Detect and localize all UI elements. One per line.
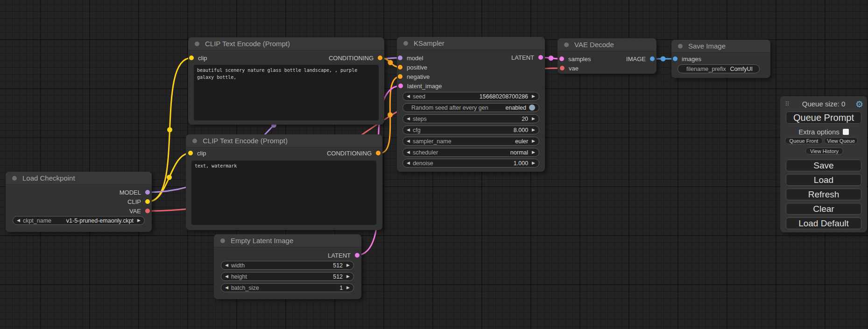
increment-arrow-icon[interactable]: ▶ xyxy=(532,161,535,165)
node-title-bar[interactable]: CLIP Text Encode (Prompt) xyxy=(188,37,384,50)
conditioning-output-dot-icon[interactable] xyxy=(378,56,382,60)
widget-width[interactable]: ◀ width 512 ▶ xyxy=(221,261,354,270)
decrement-arrow-icon[interactable]: ◀ xyxy=(407,117,410,121)
decrement-arrow-icon[interactable]: ◀ xyxy=(407,128,410,132)
conditioning-input-dot-icon[interactable] xyxy=(398,65,402,70)
decrement-arrow-icon[interactable]: ◀ xyxy=(225,263,228,267)
save-button[interactable]: Save xyxy=(786,160,861,171)
node-title-bar[interactable]: Load Checkpoint xyxy=(6,172,152,185)
clear-button[interactable]: Clear xyxy=(786,203,861,215)
widget-height[interactable]: ◀ height 512 ▶ xyxy=(221,272,354,281)
node-title-bar[interactable]: VAE Decode xyxy=(557,38,656,51)
widget-batch-size[interactable]: ◀ batch_size 1 ▶ xyxy=(221,283,354,292)
queue-front-button[interactable]: Queue Front xyxy=(785,137,823,144)
input-slot-clip[interactable]: clip xyxy=(188,150,206,156)
increment-arrow-icon[interactable]: ▶ xyxy=(532,150,535,154)
decrement-arrow-icon[interactable]: ◀ xyxy=(407,94,410,98)
input-slot-positive[interactable]: positive xyxy=(398,64,427,70)
prompt-textarea-negative[interactable]: text, watermark xyxy=(191,161,376,225)
latent-input-dot-icon[interactable] xyxy=(398,84,403,88)
output-slot-clip[interactable]: CLIP xyxy=(127,198,150,205)
increment-arrow-icon[interactable]: ▶ xyxy=(346,286,350,290)
widget-filename-prefix[interactable]: filename_prefix ComfyUI xyxy=(677,64,760,73)
node-ksampler[interactable]: KSampler model positive negative latent_… xyxy=(397,37,545,172)
queue-prompt-button[interactable]: Queue Prompt xyxy=(786,112,861,124)
increment-arrow-icon[interactable]: ▶ xyxy=(532,139,535,143)
input-slot-samples[interactable]: samples xyxy=(559,56,591,62)
decrement-arrow-icon[interactable]: ◀ xyxy=(17,218,20,223)
increment-arrow-icon[interactable]: ▶ xyxy=(346,263,350,267)
image-input-dot-icon[interactable] xyxy=(673,56,677,61)
collapse-dot-icon[interactable] xyxy=(564,42,569,47)
node-title-bar[interactable]: Empty Latent Image xyxy=(214,234,361,247)
output-slot-latent[interactable]: LATENT xyxy=(511,54,543,61)
input-slot-vae[interactable]: vae xyxy=(560,65,579,71)
extra-options-checkbox[interactable] xyxy=(843,129,849,135)
output-slot-vae[interactable]: VAE xyxy=(129,208,150,214)
output-slot-image[interactable]: IMAGE xyxy=(626,56,655,62)
collapse-dot-icon[interactable] xyxy=(220,238,225,243)
node-empty-latent-image[interactable]: Empty Latent Image LATENT ◀ width 512 ▶ … xyxy=(214,234,361,299)
increment-arrow-icon[interactable]: ▶ xyxy=(346,274,350,279)
settings-gear-icon[interactable]: ⚙ xyxy=(855,99,863,110)
conditioning-input-dot-icon[interactable] xyxy=(398,74,402,79)
latent-output-dot-icon[interactable] xyxy=(355,253,360,258)
output-slot-latent[interactable]: LATENT xyxy=(328,252,360,259)
node-save-image[interactable]: Save Image images filename_prefix ComfyU… xyxy=(671,40,770,78)
refresh-button[interactable]: Refresh xyxy=(786,189,861,200)
node-clip-text-encode-positive[interactable]: CLIP Text Encode (Prompt) clip CONDITION… xyxy=(188,37,384,125)
vae-input-dot-icon[interactable] xyxy=(560,66,565,70)
node-title-bar[interactable]: CLIP Text Encode (Prompt) xyxy=(186,134,382,147)
prompt-textarea-positive[interactable]: beautiful scenery nature glass bottle la… xyxy=(194,65,379,120)
view-queue-button[interactable]: View Queue xyxy=(824,137,858,144)
node-vae-decode[interactable]: VAE Decode samples vae IMAGE xyxy=(557,38,656,74)
comfy-menu-panel[interactable]: ⠿ Queue size: 0 ⚙ Queue Prompt Extra opt… xyxy=(780,96,867,232)
widget-denoise[interactable]: ◀ denoise 1.000 ▶ xyxy=(402,159,539,168)
collapse-dot-icon[interactable] xyxy=(195,42,199,46)
widget-scheduler[interactable]: ◀ scheduler normal ▶ xyxy=(402,148,539,157)
clip-input-dot-icon[interactable] xyxy=(188,151,193,155)
node-title-bar[interactable]: Save Image xyxy=(671,40,770,53)
view-history-button[interactable]: View History xyxy=(805,147,843,154)
collapse-dot-icon[interactable] xyxy=(192,139,197,143)
input-slot-latent-image[interactable]: latent_image xyxy=(398,83,442,89)
increment-arrow-icon[interactable]: ▶ xyxy=(137,218,141,223)
output-slot-model[interactable]: MODEL xyxy=(120,189,150,196)
collapse-dot-icon[interactable] xyxy=(678,44,683,49)
clip-input-dot-icon[interactable] xyxy=(189,56,194,60)
widget-cfg[interactable]: ◀ cfg 8.000 ▶ xyxy=(402,126,539,134)
decrement-arrow-icon[interactable]: ◀ xyxy=(225,286,228,290)
node-title-bar[interactable]: KSampler xyxy=(397,37,545,50)
increment-arrow-icon[interactable]: ▶ xyxy=(532,117,535,121)
output-slot-conditioning[interactable]: CONDITIONING xyxy=(329,55,382,61)
collapse-dot-icon[interactable] xyxy=(12,176,17,181)
conditioning-output-dot-icon[interactable] xyxy=(376,151,381,155)
input-slot-clip[interactable]: clip xyxy=(189,55,207,61)
latent-output-dot-icon[interactable] xyxy=(538,55,543,60)
widget-random-seed-toggle[interactable]: Random seed after every gen enabled xyxy=(402,103,539,112)
node-graph-canvas[interactable]: Load Checkpoint MODEL CLIP VAE ◀ ckpt_na… xyxy=(0,0,868,329)
vae-output-dot-icon[interactable] xyxy=(145,209,150,213)
model-input-dot-icon[interactable] xyxy=(398,56,402,60)
widget-steps[interactable]: ◀ steps 20 ▶ xyxy=(402,114,539,123)
input-slot-negative[interactable]: negative xyxy=(398,73,430,80)
increment-arrow-icon[interactable]: ▶ xyxy=(532,128,535,132)
decrement-arrow-icon[interactable]: ◀ xyxy=(407,150,410,154)
node-clip-text-encode-negative[interactable]: CLIP Text Encode (Prompt) clip CONDITION… xyxy=(186,134,382,230)
load-default-button[interactable]: Load Default xyxy=(786,217,861,229)
input-slot-images[interactable]: images xyxy=(673,56,701,62)
widget-seed[interactable]: ◀ seed 156680208700286 ▶ xyxy=(402,92,539,101)
node-load-checkpoint[interactable]: Load Checkpoint MODEL CLIP VAE ◀ ckpt_na… xyxy=(6,172,152,232)
decrement-arrow-icon[interactable]: ◀ xyxy=(407,139,410,143)
load-button[interactable]: Load xyxy=(786,174,861,186)
input-slot-model[interactable]: model xyxy=(398,55,423,61)
output-slot-conditioning[interactable]: CONDITIONING xyxy=(327,150,381,156)
widget-ckpt-name[interactable]: ◀ ckpt_name v1-5-pruned-emaonly.ckpt ▶ xyxy=(13,216,145,225)
clip-output-dot-icon[interactable] xyxy=(145,199,150,204)
toggle-enabled-icon[interactable] xyxy=(529,105,535,111)
latent-input-dot-icon[interactable] xyxy=(559,56,564,61)
model-output-dot-icon[interactable] xyxy=(145,190,150,195)
decrement-arrow-icon[interactable]: ◀ xyxy=(407,161,410,165)
widget-sampler-name[interactable]: ◀ sampler_name euler ▶ xyxy=(402,137,539,146)
image-output-dot-icon[interactable] xyxy=(650,56,655,61)
